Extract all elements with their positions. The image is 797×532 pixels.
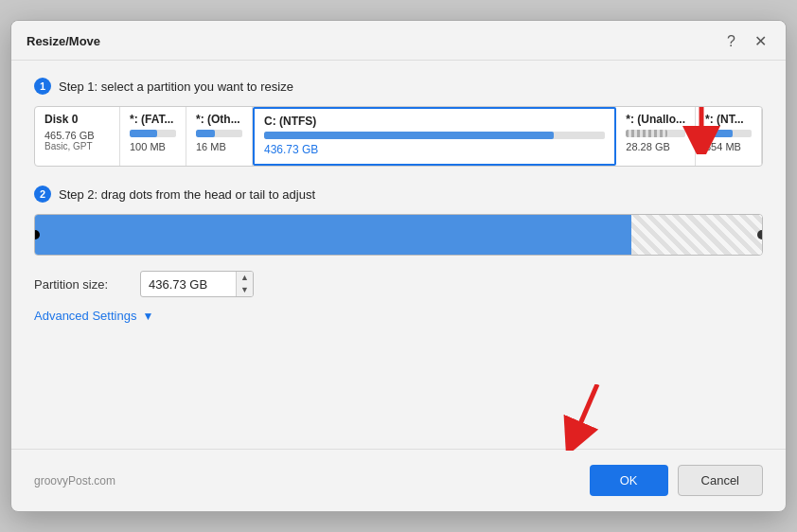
fat-label: *: (FAT...	[130, 113, 176, 126]
advanced-chevron-icon: ▼	[142, 310, 153, 323]
disk-column: Disk 0 465.76 GB Basic, GPT	[35, 107, 120, 166]
oth-size: 16 MB	[196, 141, 242, 152]
unallo-size: 28.28 GB	[626, 141, 685, 152]
step1-number: 1	[34, 78, 51, 95]
unallo-partition[interactable]: *: (Unallo... 28.28 GB	[616, 107, 696, 166]
svg-line-3	[574, 384, 597, 439]
partition-size-row: Partition size: ▲ ▼	[34, 271, 763, 297]
step2-number: 2	[34, 186, 51, 203]
resize-dot-right[interactable]	[757, 230, 763, 239]
dialog-footer: groovyPost.com OK Cancel	[11, 449, 786, 511]
nt-bar	[705, 130, 752, 137]
spinner-down[interactable]: ▼	[237, 284, 253, 296]
fat-bar	[130, 130, 176, 137]
advanced-settings-label: Advanced Settings	[34, 309, 136, 323]
spinner-buttons: ▲ ▼	[236, 272, 253, 296]
resize-move-dialog: Resize/Move ? ✕ 1 Step 1: select a parti…	[10, 20, 787, 512]
advanced-settings-toggle[interactable]: Advanced Settings ▼	[34, 309, 763, 323]
fat-bar-fill	[130, 130, 157, 137]
title-bar-controls: ? ✕	[723, 30, 770, 52]
spinner-up[interactable]: ▲	[237, 272, 253, 284]
close-button[interactable]: ✕	[751, 30, 770, 52]
title-bar: Resize/Move ? ✕	[11, 21, 786, 61]
footer-brand: groovyPost.com	[34, 474, 115, 488]
step1-label: 1 Step 1: select a partition you want to…	[34, 78, 763, 95]
resize-bar[interactable]	[34, 214, 763, 256]
disk-type: Basic, GPT	[44, 141, 110, 151]
step2-area: 2 Step 2: drag dots from the head or tai…	[34, 186, 763, 256]
step1-text: Step 1: select a partition you want to r…	[59, 80, 293, 94]
footer-buttons: OK Cancel	[590, 465, 763, 496]
unallo-label: *: (Unallo...	[626, 113, 685, 126]
oth-bar	[196, 130, 242, 137]
cancel-button[interactable]: Cancel	[678, 465, 763, 496]
unallo-bar	[626, 130, 685, 137]
partition-table: Disk 0 465.76 GB Basic, GPT *: (FAT... 1…	[34, 106, 763, 167]
red-arrow-ok	[555, 384, 611, 451]
step2-label: 2 Step 2: drag dots from the head or tai…	[34, 186, 763, 203]
nt-size: 654 MB	[705, 141, 752, 152]
nt-partition[interactable]: *: (NT... 654 MB	[696, 107, 762, 166]
ntfs-size: 436.73 GB	[264, 143, 605, 156]
oth-bar-fill	[196, 130, 215, 137]
ok-button[interactable]: OK	[590, 465, 668, 496]
unallo-bar-fill	[626, 130, 667, 137]
fat-partition[interactable]: *: (FAT... 100 MB	[120, 107, 186, 166]
ntfs-bar-fill	[264, 132, 554, 139]
ntfs-label: C: (NTFS)	[264, 115, 605, 128]
resize-bar-unalloc	[631, 215, 762, 255]
help-button[interactable]: ?	[723, 31, 739, 52]
fat-size: 100 MB	[130, 141, 176, 152]
dialog-content: 1 Step 1: select a partition you want to…	[11, 61, 786, 449]
nt-bar-fill	[705, 130, 733, 137]
dialog-title: Resize/Move	[27, 34, 100, 48]
step2-text: Step 2: drag dots from the head or tail …	[59, 187, 315, 202]
oth-partition[interactable]: *: (Oth... 16 MB	[186, 107, 253, 166]
partition-size-label: Partition size:	[34, 277, 129, 292]
ntfs-bar	[264, 132, 605, 139]
partition-size-input[interactable]	[141, 274, 236, 295]
oth-label: *: (Oth...	[196, 113, 242, 126]
partition-size-input-wrap: ▲ ▼	[140, 271, 254, 297]
disk-name: Disk 0	[44, 113, 110, 126]
ntfs-partition[interactable]: C: (NTFS) 436.73 GB	[253, 107, 616, 166]
resize-bar-blue	[35, 215, 631, 255]
disk-size: 465.76 GB	[44, 130, 110, 141]
nt-label: *: (NT...	[705, 113, 752, 126]
